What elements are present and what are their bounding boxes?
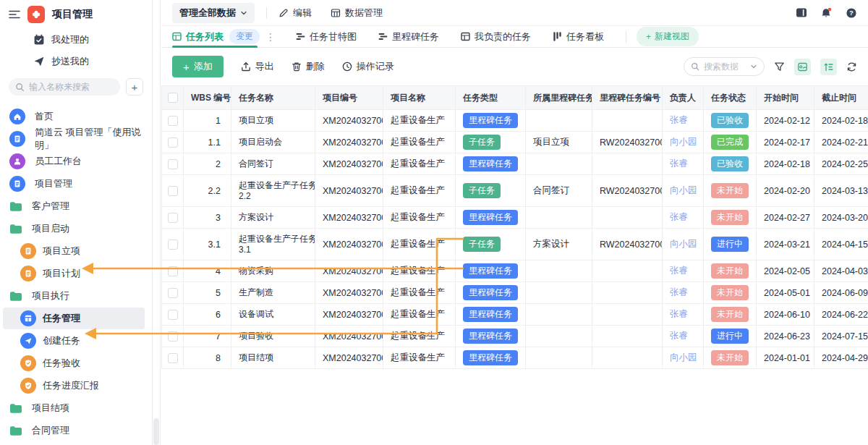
delete-button[interactable]: 删除 [292,60,325,73]
notification-bell-icon[interactable] [820,7,833,19]
sidebar-item-12[interactable]: 任务进度汇报 [0,375,148,397]
sidebar-item-6[interactable]: 项目立项 [0,240,148,262]
collapse-panel-icon[interactable] [796,7,807,18]
sidebar-item-15[interactable] [0,442,148,445]
sidebar-item-5[interactable]: 项目启动 [0,218,148,240]
table-row-6[interactable]: 4 物资采购 XM20240327001 起重设备生产 里程碑任务 张睿 未开始… [162,260,868,282]
column-header-owner[interactable]: 负责人 [663,86,704,110]
owner-link[interactable]: 张睿 [670,158,688,169]
row-checkbox[interactable] [168,331,178,342]
sidebar-item-3[interactable]: 项目管理 [0,173,148,195]
table-row-5[interactable]: 3.1 起重设备生产子任务3.1 XM20240327001 起重设备生产 子任… [162,229,868,260]
row-checkbox[interactable] [168,240,178,250]
add-button[interactable]: + 添加 [172,56,224,77]
table-row-9[interactable]: 7 项目验收 XM20240327001 起重设备生产 里程碑任务 张睿 进行中… [162,326,868,347]
row-checkbox[interactable] [168,137,178,148]
sidebar-item-4[interactable]: 客户管理 [0,195,148,217]
row-checkbox[interactable] [168,266,178,276]
cell-milestone-no [592,304,663,326]
sidebar-item-9[interactable]: 任务管理 [3,308,145,329]
sidebar-search-input[interactable] [9,78,120,96]
row-checkbox[interactable] [168,310,178,320]
cell-milestone [526,153,592,175]
new-view-button[interactable]: + 新建视图 [637,27,699,46]
cell-milestone-no [592,326,663,347]
sidebar-item-13[interactable]: 项目结项 [0,397,148,419]
row-checkbox[interactable] [168,186,178,196]
row-checkbox[interactable] [168,213,178,223]
more-options-icon[interactable]: ⋮ [265,31,276,43]
owner-link[interactable]: 张睿 [670,266,688,276]
sidebar-top-item-0[interactable]: 我处理的 [0,29,152,51]
sidebar-item-7[interactable]: 项目计划 [0,263,148,284]
sidebar-item-0[interactable]: 首页 [0,106,148,127]
table-row-0[interactable]: 1 项目立项 XM20240327001 起重设备生产 里程碑任务 张睿 已验收… [162,110,868,132]
chevron-down-icon[interactable] [750,63,757,70]
tab-1[interactable]: 里程碑任务 [378,30,439,43]
owner-link[interactable]: 向小园 [670,239,697,249]
column-header-project_name[interactable]: 项目名称 [383,86,456,110]
add-app-button[interactable]: + [126,78,143,96]
owner-link[interactable]: 向小园 [670,185,697,195]
column-header-milestone[interactable]: 所属里程碑任务 [526,86,592,110]
sidebar-item-10[interactable]: 创建任务 [0,330,148,352]
table-row-8[interactable]: 6 设备调试 XM20240327001 起重设备生产 里程碑任务 张睿 未开始… [162,304,868,326]
change-badge[interactable]: 变更 [229,29,260,44]
owner-link[interactable]: 张睿 [670,331,688,341]
sidebar-top-items: 我处理的 抄送我的 [0,29,152,72]
data-scope-button[interactable]: 管理全部数据 [172,3,255,23]
sidebar-item-14[interactable]: 合同管理 [0,420,148,441]
owner-link[interactable]: 张睿 [670,212,688,222]
hamburger-menu-icon[interactable] [9,9,20,20]
row-checkbox[interactable] [168,353,178,363]
sidebar-item-8[interactable]: 项目执行 [0,285,148,307]
row-checkbox[interactable] [168,116,178,126]
table-row-4[interactable]: 3 方案设计 XM20240327001 起重设备生产 里程碑任务 张睿 未开始… [162,207,868,229]
column-header-project_no[interactable]: 项目编号 [315,86,383,110]
owner-link[interactable]: 张睿 [670,287,688,297]
help-icon[interactable]: ? [846,7,857,19]
grid-search-box[interactable] [684,57,765,76]
grid-search-input[interactable] [704,62,746,72]
table-row-2[interactable]: 2 合同签订 XM20240327001 起重设备生产 里程碑任务 张睿 已验收… [162,153,868,175]
scrollbar-thumb[interactable] [153,418,159,445]
owner-link[interactable]: 向小园 [670,137,697,147]
select-all-checkbox[interactable] [168,93,178,103]
sidebar-top-item-1[interactable]: 抄送我的 [0,51,152,72]
sidebar-item-11[interactable]: 任务验收 [0,352,148,374]
operation-log-button[interactable]: 操作记录 [342,60,394,73]
task-calendar-icon [33,34,45,46]
tab-2[interactable]: 我负责的任务 [461,30,531,43]
table-row-7[interactable]: 5 生产制造 XM20240327001 起重设备生产 里程碑任务 张睿 未开始… [162,282,868,304]
column-header-type[interactable]: 任务类型 [456,86,526,110]
tab-0[interactable]: 任务甘特图 [296,30,357,43]
sidebar-item-1[interactable]: 简道云 项目管理「使用说明」 [0,128,148,150]
owner-link[interactable]: 张睿 [670,309,688,319]
row-checkbox[interactable] [168,159,178,169]
tab-3[interactable]: 任务看板 [553,30,604,43]
sidebar-item-label: 项目计划 [43,267,80,280]
filter-funnel-icon[interactable] [774,62,785,72]
edit-button[interactable]: 编辑 [278,7,312,20]
column-header-name[interactable]: 任务名称 [231,86,315,110]
sidebar-item-2[interactable]: 员工工作台 [0,151,148,172]
owner-link[interactable]: 张睿 [670,115,688,125]
row-checkbox[interactable] [168,288,178,298]
table-row-1[interactable]: 1.1 项目启动会 XM20240327001 起重设备生产 子任务 项目立项 … [162,132,868,153]
column-header-start[interactable]: 开始时间 [757,86,814,110]
column-header-end[interactable]: 截止时间 [814,86,868,110]
vertical-scrollbar[interactable] [153,0,161,445]
data-manage-button[interactable]: 数据管理 [331,7,383,20]
tab-task-list[interactable]: 任务列表 [172,30,224,43]
table-row-10[interactable]: 8 项目结项 XM20240327001 起重设备生产 里程碑任务 向小园 未开… [162,347,868,369]
owner-link[interactable]: 向小园 [670,352,697,363]
column-header-wbs[interactable]: WBS 编号↑ [184,86,231,110]
export-button[interactable]: 导出 [241,60,274,73]
column-header-status[interactable]: 任务状态 [704,86,757,110]
column-header-milestone_no[interactable]: 里程碑任务编号 [592,86,663,110]
table-row-3[interactable]: 2.2 起重设备生产子任务2.2 XM20240327001 起重设备生产 子任… [162,175,868,207]
card-view-icon[interactable] [794,59,811,75]
level-sort-icon[interactable] [820,59,837,75]
refresh-icon[interactable] [846,62,857,72]
cell-end-date: 2024-06-09 [814,282,868,304]
